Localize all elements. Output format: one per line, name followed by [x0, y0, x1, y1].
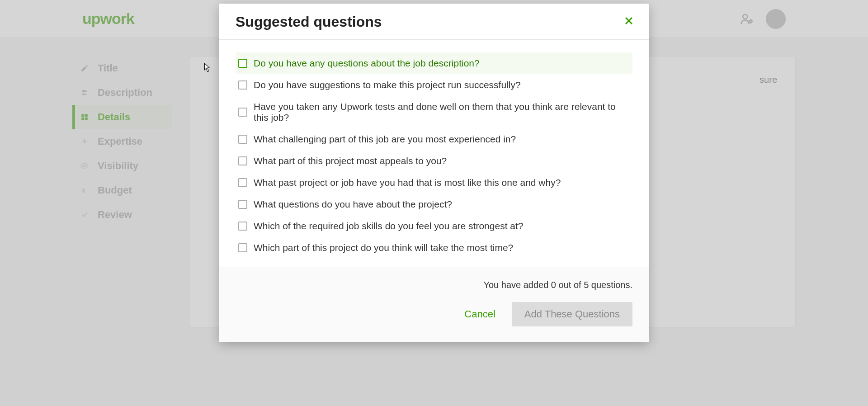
- checkbox[interactable]: [238, 243, 247, 252]
- checkbox[interactable]: [238, 80, 247, 90]
- question-option[interactable]: Which of the required job skills do you …: [236, 215, 632, 237]
- question-option[interactable]: Which part of this project do you think …: [236, 237, 632, 259]
- close-icon: [623, 15, 634, 29]
- question-option[interactable]: Do you have any questions about the job …: [236, 52, 632, 74]
- checkbox[interactable]: [238, 222, 247, 231]
- question-text: Which of the required job skills do you …: [254, 221, 524, 231]
- checkbox[interactable]: [238, 59, 247, 68]
- question-text: Do you have any questions about the job …: [254, 58, 480, 69]
- question-list: Do you have any questions about the job …: [219, 40, 649, 267]
- question-option[interactable]: Do you have suggestions to make this pro…: [236, 74, 632, 96]
- question-option[interactable]: What part of this project most appeals t…: [236, 150, 632, 172]
- checkbox[interactable]: [238, 135, 247, 144]
- cancel-button[interactable]: Cancel: [461, 304, 499, 325]
- add-questions-button[interactable]: Add These Questions: [512, 302, 632, 326]
- close-button[interactable]: [622, 14, 636, 30]
- checkbox[interactable]: [238, 178, 247, 187]
- question-text: What part of this project most appeals t…: [254, 156, 447, 166]
- question-text: What challenging part of this job are yo…: [254, 134, 516, 145]
- checkbox[interactable]: [238, 156, 247, 165]
- modal-title: Suggested questions: [236, 14, 382, 30]
- question-option[interactable]: What past project or job have you had th…: [236, 172, 632, 194]
- question-text: Do you have suggestions to make this pro…: [254, 80, 521, 90]
- question-option[interactable]: What questions do you have about the pro…: [236, 194, 632, 215]
- question-option[interactable]: What challenging part of this job are yo…: [236, 128, 632, 150]
- question-text: What past project or job have you had th…: [254, 177, 561, 188]
- selection-count: You have added 0 out of 5 questions.: [483, 280, 632, 290]
- question-option[interactable]: Have you taken any Upwork tests and done…: [236, 96, 632, 128]
- question-text: Have you taken any Upwork tests and done…: [254, 101, 630, 123]
- question-text: What questions do you have about the pro…: [254, 199, 452, 210]
- suggested-questions-modal: Suggested questions Do you have any ques…: [219, 4, 649, 342]
- checkbox[interactable]: [238, 108, 247, 117]
- question-text: Which part of this project do you think …: [254, 242, 513, 253]
- checkbox[interactable]: [238, 200, 247, 209]
- modal-overlay: Suggested questions Do you have any ques…: [0, 0, 868, 406]
